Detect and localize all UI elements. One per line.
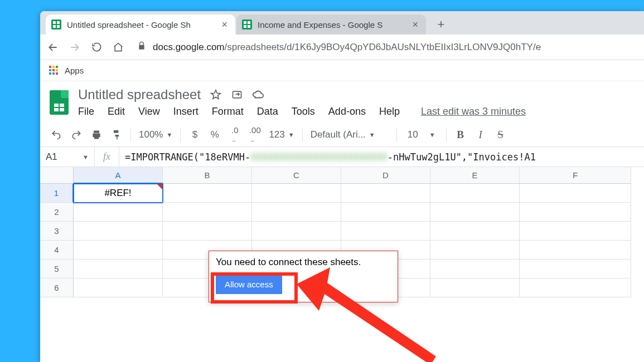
doc-title[interactable]: Untitled spreadsheet xyxy=(78,87,201,102)
font-size-dropdown[interactable]: 10▼ xyxy=(405,129,438,140)
browser-tab-inactive[interactable]: Income and Expenses - Google S × xyxy=(236,14,426,35)
cell[interactable] xyxy=(74,278,163,297)
cell[interactable] xyxy=(430,260,520,278)
cloud-status-icon[interactable] xyxy=(252,89,264,101)
cell[interactable] xyxy=(163,203,252,222)
cell[interactable] xyxy=(430,184,520,203)
column-header[interactable]: D xyxy=(341,167,430,184)
print-icon[interactable] xyxy=(90,129,103,141)
redo-icon[interactable] xyxy=(70,129,83,141)
svg-rect-5 xyxy=(248,21,250,24)
column-header-row: ABCDEF xyxy=(40,167,644,184)
cell[interactable] xyxy=(163,184,252,203)
cell[interactable] xyxy=(341,222,430,241)
increase-decimal-button[interactable]: .00→ xyxy=(249,129,261,141)
menu-format[interactable]: Format xyxy=(212,106,244,118)
cell[interactable] xyxy=(74,203,163,222)
column-header[interactable]: F xyxy=(520,167,631,184)
bookmark-apps[interactable]: Apps xyxy=(65,66,84,75)
cell[interactable] xyxy=(430,278,520,297)
column-header[interactable]: A xyxy=(74,167,163,184)
decrease-decimal-button[interactable]: .0← xyxy=(229,129,241,141)
sheets-logo-icon[interactable] xyxy=(47,87,71,118)
menu-addons[interactable]: Add-ons xyxy=(328,106,366,118)
apps-grid-icon[interactable] xyxy=(49,66,59,76)
tab-title: Income and Expenses - Google S xyxy=(258,20,406,30)
row-header[interactable]: 4 xyxy=(40,241,74,260)
menu-insert[interactable]: Insert xyxy=(173,106,198,118)
cell[interactable] xyxy=(341,203,430,222)
forward-button[interactable] xyxy=(69,41,81,53)
percent-button[interactable]: % xyxy=(209,129,221,141)
close-tab-icon[interactable]: × xyxy=(221,19,227,31)
row-header[interactable]: 3 xyxy=(40,222,74,241)
currency-button[interactable]: $ xyxy=(188,129,201,141)
row-header[interactable]: 6 xyxy=(40,278,74,297)
cell[interactable] xyxy=(520,203,631,222)
browser-tab-active[interactable]: Untitled spreadsheet - Google Sh × xyxy=(46,14,235,35)
move-icon[interactable] xyxy=(231,89,243,101)
menu-file[interactable]: File xyxy=(78,106,94,118)
cell[interactable] xyxy=(252,203,341,222)
toolbar: 100%▼ $ % .0← .00→ 123▼ Default (Ari...▼… xyxy=(40,123,644,147)
cell[interactable] xyxy=(74,222,163,241)
number-format-dropdown[interactable]: 123▼ xyxy=(269,129,294,140)
reload-button[interactable] xyxy=(90,41,103,53)
url-domain: docs.google.com xyxy=(153,42,225,53)
cell[interactable] xyxy=(430,203,520,222)
cell[interactable] xyxy=(430,241,520,260)
sheets-favicon-icon xyxy=(242,19,252,30)
cell[interactable] xyxy=(252,184,341,203)
cell[interactable] xyxy=(163,222,252,241)
svg-rect-0 xyxy=(53,21,56,24)
undo-icon[interactable] xyxy=(50,129,62,141)
url-bar[interactable]: docs.google.com/spreadsheets/d/1K6Jy9BOy… xyxy=(137,41,541,53)
svg-rect-1 xyxy=(57,21,60,24)
cell[interactable] xyxy=(520,222,631,241)
cell[interactable] xyxy=(520,184,631,203)
cell[interactable] xyxy=(341,184,430,203)
cell[interactable] xyxy=(74,241,163,260)
row-header[interactable]: 2 xyxy=(40,203,74,222)
select-all-corner[interactable] xyxy=(40,167,74,184)
menu-view[interactable]: View xyxy=(138,106,160,118)
lock-icon xyxy=(137,41,146,53)
cell[interactable] xyxy=(430,222,520,241)
column-header[interactable]: C xyxy=(252,167,341,184)
menu-edit[interactable]: Edit xyxy=(108,106,125,118)
menu-tools[interactable]: Tools xyxy=(292,106,315,118)
allow-access-button[interactable]: Allow access xyxy=(216,275,282,294)
svg-rect-6 xyxy=(244,25,246,28)
paint-format-icon[interactable] xyxy=(110,129,123,141)
close-tab-icon[interactable]: × xyxy=(412,19,418,31)
strikethrough-button[interactable]: S xyxy=(495,129,507,141)
name-box[interactable]: A1▼ xyxy=(40,147,95,167)
cell[interactable] xyxy=(520,260,631,278)
cell[interactable] xyxy=(252,222,341,241)
tab-title: Untitled spreadsheet - Google Sh xyxy=(67,20,216,30)
last-edit-link[interactable]: Last edit was 3 minutes xyxy=(421,106,526,118)
cell[interactable]: #REF! xyxy=(74,184,163,203)
new-tab-button[interactable]: + xyxy=(433,16,449,33)
browser-tabstrip: Untitled spreadsheet - Google Sh × Incom… xyxy=(40,11,644,35)
bold-button[interactable]: B xyxy=(454,129,467,141)
row-header[interactable]: 5 xyxy=(40,260,74,278)
back-button[interactable] xyxy=(47,41,59,53)
zoom-dropdown[interactable]: 100%▼ xyxy=(139,129,172,140)
star-icon[interactable] xyxy=(210,89,222,101)
fx-icon: fx xyxy=(95,147,119,167)
cell[interactable] xyxy=(520,278,631,297)
menu-bar: File Edit View Insert Format Data Tools … xyxy=(78,106,634,118)
row-header[interactable]: 1 xyxy=(40,184,74,203)
italic-button[interactable]: I xyxy=(474,129,487,141)
home-button[interactable] xyxy=(112,41,124,53)
font-dropdown[interactable]: Default (Ari...▼ xyxy=(311,129,389,140)
sheets-favicon-icon xyxy=(51,19,61,30)
cell[interactable] xyxy=(74,260,163,278)
menu-help[interactable]: Help xyxy=(379,106,400,118)
menu-data[interactable]: Data xyxy=(257,106,278,118)
cell[interactable] xyxy=(520,241,631,260)
column-header[interactable]: E xyxy=(430,167,520,184)
column-header[interactable]: B xyxy=(163,167,252,184)
formula-input[interactable]: =IMPORTRANGE("18eRVMH-XXXXXXXXXXXXXXXXXX… xyxy=(119,151,541,163)
